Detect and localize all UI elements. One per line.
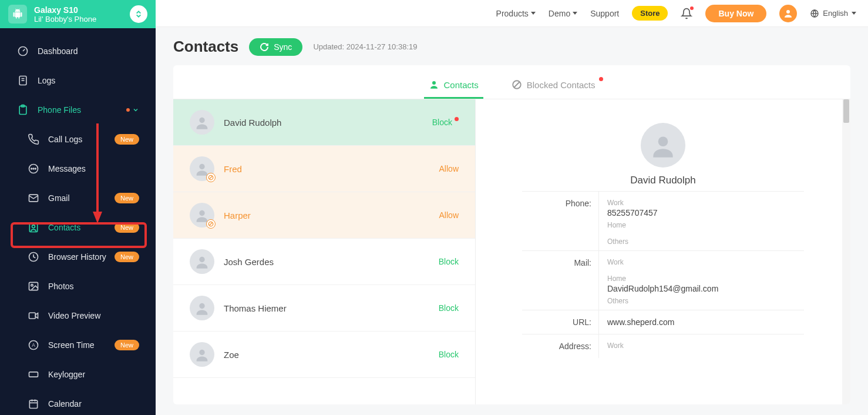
contact-row[interactable]: ZoeBlock [173, 332, 475, 378]
device-sub: Lil' Bobby's Phone [34, 15, 123, 24]
svg-rect-24 [29, 400, 37, 408]
nav-screen-time[interactable]: A Screen Time New [0, 330, 156, 360]
mail-home-value: DavidRudolph154@gmail.com [607, 284, 799, 293]
field-sublabel: Work [607, 199, 799, 207]
contact-action-block[interactable]: Block [432, 118, 459, 127]
updated-timestamp: Updated: 2024-11-27 10:38:19 [313, 42, 417, 51]
svg-point-33 [432, 81, 436, 85]
blocked-indicator-icon [206, 173, 216, 182]
contact-action-block[interactable]: Block [439, 350, 459, 359]
contact-row[interactable]: Thomas HiemerBlock [173, 285, 475, 332]
nav-photos[interactable]: Photos [0, 272, 156, 301]
contact-name: Zoe [224, 350, 429, 360]
device-header[interactable]: Galaxy S10 Lil' Bobby's Phone [0, 0, 156, 28]
tab-blocked-contacts[interactable]: Blocked Contacts [507, 71, 600, 99]
detail-phone-label: Phone: [522, 192, 598, 250]
chevron-down-icon [531, 12, 536, 15]
refresh-icon [260, 42, 269, 52]
svg-line-39 [210, 176, 213, 179]
nav-keylogger[interactable]: Keylogger [0, 360, 156, 389]
page-head: Contacts Sync Updated: 2024-11-27 10:38:… [173, 38, 850, 56]
nav-label: Contacts [48, 223, 80, 232]
nav-call-logs[interactable]: Call Logs New [0, 125, 156, 154]
detail-scrollbar[interactable] [842, 99, 850, 404]
nav-logs[interactable]: Logs [0, 66, 156, 95]
contact-action-allow[interactable]: Allow [439, 210, 459, 220]
topbar-label: Support [590, 9, 619, 18]
nav-video-preview[interactable]: Video Preview [0, 301, 156, 330]
phone-work-value: 85255707457 [607, 208, 799, 217]
chevron-down-icon [132, 106, 139, 113]
contact-action-allow[interactable]: Allow [439, 164, 459, 173]
swap-device-icon[interactable] [130, 5, 147, 23]
detail-address-label: Address: [522, 334, 598, 358]
nav-label: Screen Time [48, 340, 95, 350]
svg-point-44 [199, 303, 204, 309]
contact-action-block[interactable]: Block [439, 303, 459, 313]
avatar-icon [190, 296, 214, 320]
nav-label: Logs [38, 76, 55, 85]
new-badge: New [115, 252, 139, 262]
contact-row[interactable]: HarperAllow [173, 192, 475, 239]
nav-contacts[interactable]: Contacts New [0, 213, 156, 242]
device-name: Galaxy S10 [34, 5, 123, 15]
new-badge: New [115, 134, 139, 145]
topbar-products[interactable]: Products [496, 9, 536, 18]
tab-label: Contacts [444, 80, 479, 90]
person-icon [429, 79, 439, 90]
page-title: Contacts [173, 38, 238, 56]
svg-point-7 [31, 168, 32, 169]
language-selector[interactable]: English [810, 9, 856, 18]
sync-button[interactable]: Sync [249, 38, 302, 56]
file-icon [16, 74, 29, 87]
globe-icon [810, 9, 819, 18]
nav-label: Video Preview [48, 311, 100, 320]
store-badge[interactable]: Store [632, 6, 668, 21]
nav-messages[interactable]: Messages [0, 154, 156, 183]
svg-marker-17 [35, 313, 38, 318]
field-sublabel: Others [607, 297, 799, 305]
sync-label: Sync [274, 42, 292, 52]
contact-row[interactable]: Josh GerdesBlock [173, 239, 475, 285]
svg-text:A: A [32, 342, 35, 348]
nav-browser-history[interactable]: Browser History New [0, 242, 156, 272]
contact-action-block[interactable]: Block [439, 257, 459, 266]
nav-gmail[interactable]: Gmail New [0, 183, 156, 213]
contact-name: Harper [224, 210, 430, 220]
android-icon [8, 5, 27, 24]
block-icon [512, 79, 522, 90]
contact-name: Fred [224, 164, 430, 174]
contact-row[interactable]: FredAllow [173, 146, 475, 192]
mail-icon [27, 192, 40, 205]
nav-label: Gmail [48, 193, 70, 203]
image-icon [27, 280, 40, 293]
field-sublabel: Home [607, 221, 799, 229]
nav-label: Phone Files [38, 105, 81, 115]
topbar-support[interactable]: Support [590, 9, 619, 18]
nav-label: Call Logs [48, 135, 82, 144]
new-badge: New [115, 222, 139, 233]
buy-now-button[interactable]: Buy Now [705, 5, 766, 22]
svg-point-45 [199, 350, 204, 355]
topbar: Products Demo Support Store Buy Now Engl… [156, 0, 868, 27]
calendar-icon [27, 397, 40, 410]
avatar-icon [190, 203, 214, 227]
bell-icon[interactable] [681, 8, 692, 19]
nav-phone-files[interactable]: Phone Files [0, 95, 156, 125]
user-avatar[interactable] [779, 5, 797, 22]
nav-dashboard[interactable]: Dashboard [0, 36, 156, 66]
main: Products Demo Support Store Buy Now Engl… [156, 0, 868, 415]
topbar-label: Demo [549, 9, 570, 18]
topbar-demo[interactable]: Demo [549, 9, 577, 18]
svg-point-12 [32, 225, 35, 228]
contact-list: David RudolphBlockFredAllowHarperAllowJo… [173, 99, 476, 404]
svg-point-9 [35, 168, 36, 169]
tab-contacts[interactable]: Contacts [424, 71, 483, 99]
nav-calendar[interactable]: Calendar [0, 389, 156, 415]
svg-point-30 [786, 10, 790, 14]
detail-contact-name: David Rudolph [522, 175, 804, 186]
nav-label: Photos [48, 282, 74, 291]
clipboard-icon [16, 103, 29, 116]
contact-row[interactable]: David RudolphBlock [173, 99, 475, 146]
phone-icon [27, 133, 40, 146]
